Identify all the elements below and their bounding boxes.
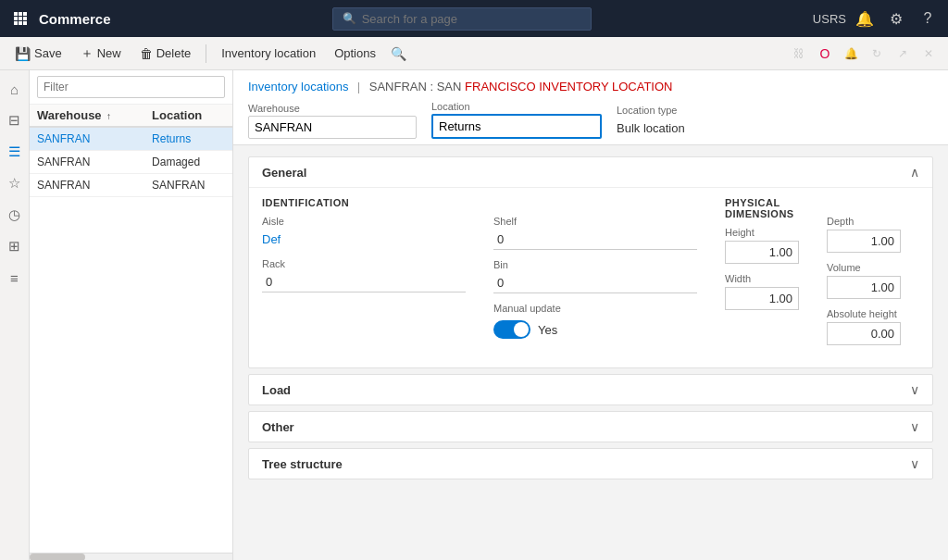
notification-icon[interactable]: 🔔 (852, 6, 878, 31)
open-in-new-icon[interactable]: ↗ (891, 42, 915, 66)
breadcrumb-child-prefix: SANFRAN : SAN (369, 80, 465, 93)
bin-input[interactable] (493, 273, 697, 293)
warehouse-input[interactable] (248, 116, 417, 139)
svg-rect-2 (23, 12, 27, 16)
global-search[interactable]: 🔍 (332, 7, 592, 31)
other-section-header[interactable]: Other ∨ (249, 412, 932, 442)
manual-update-label: Manual update (493, 303, 697, 314)
load-section: Load ∨ (248, 374, 933, 405)
height-group: Height (725, 227, 799, 264)
bin-label: Bin (493, 259, 697, 270)
nav-menu-icon[interactable]: ≡ (2, 265, 28, 291)
col-warehouse[interactable]: Warehouse ↑ (30, 105, 144, 127)
save-icon: 💾 (15, 46, 31, 61)
svg-rect-3 (14, 17, 18, 20)
identification-label: IDENTIFICATION (262, 197, 466, 208)
svg-rect-0 (14, 12, 18, 16)
shelf-group: Shelf (493, 216, 697, 250)
nav-dashboard-icon[interactable]: ⊞ (2, 233, 28, 259)
inventory-location-button[interactable]: Inventory location (214, 43, 323, 64)
warehouse-field: Warehouse (248, 103, 417, 139)
list-item[interactable]: SANFRANDamaged (30, 151, 232, 174)
toggle-thumb (514, 322, 529, 337)
svg-rect-4 (19, 17, 22, 20)
aisle-value[interactable]: Def (262, 230, 466, 249)
save-button[interactable]: 💾 Save (7, 43, 69, 65)
toolbar: 💾 Save ＋ New 🗑 Delete Inventory location… (0, 37, 948, 70)
svg-rect-6 (14, 21, 18, 25)
badge-icon[interactable]: 🔔 (839, 42, 863, 66)
link-icon[interactable]: ⛓ (787, 42, 811, 66)
app-title: Commerce (39, 11, 111, 27)
sort-icon-warehouse: ↑ (106, 111, 111, 121)
absolute-height-group: Absolute height (827, 308, 948, 345)
breadcrumb-sep: | (357, 80, 364, 93)
nav-home-icon[interactable]: ⌂ (2, 76, 28, 102)
general-section-header[interactable]: General ∧ (249, 157, 932, 187)
tree-structure-section: Tree structure ∨ (248, 448, 933, 479)
depth-input[interactable] (827, 230, 901, 253)
delete-icon: 🗑 (140, 46, 153, 61)
search-input[interactable] (362, 12, 575, 26)
shelf-input[interactable] (493, 230, 697, 250)
options-button[interactable]: Options (327, 43, 383, 64)
top-bar: Commerce 🔍 USRS 🔔 ⚙ ? (0, 0, 948, 37)
absolute-height-label: Absolute height (827, 308, 948, 319)
refresh-icon[interactable]: ↻ (865, 42, 889, 66)
volume-input[interactable] (827, 276, 901, 299)
general-section: General ∧ IDENTIFICATION Aisle Def (248, 156, 933, 368)
office-icon[interactable]: O (813, 42, 837, 66)
detail-header: Inventory locations | SANFRAN : SAN FRAN… (233, 70, 948, 145)
waffle-icon[interactable] (7, 6, 33, 31)
nav-filter-icon[interactable]: ⊟ (2, 107, 28, 133)
load-chevron-icon: ∨ (910, 382, 919, 397)
nav-clock-icon[interactable]: ◷ (2, 202, 28, 228)
manual-update-toggle-wrap: Yes (493, 320, 697, 339)
delete-button[interactable]: 🗑 Delete (132, 43, 199, 65)
svg-rect-1 (19, 12, 22, 16)
rack-input[interactable] (262, 272, 466, 292)
scrollbar-thumb (30, 554, 85, 560)
manual-update-toggle[interactable] (493, 320, 530, 339)
volume-label: Volume (827, 262, 948, 273)
list-panel: Warehouse ↑ Location SANFRANReturnsSANFR… (30, 70, 233, 560)
help-icon[interactable]: ? (915, 6, 941, 31)
list-scrollbar[interactable] (30, 553, 232, 560)
detail-panel: Inventory locations | SANFRAN : SAN FRAN… (233, 70, 948, 560)
filter-input[interactable] (37, 76, 225, 98)
nav-list-icon[interactable]: ☰ (2, 139, 28, 165)
other-section-title: Other (262, 420, 294, 434)
row-location: Damaged (144, 151, 232, 174)
tree-structure-section-header[interactable]: Tree structure ∨ (249, 449, 932, 479)
width-label: Width (725, 273, 799, 284)
list-item[interactable]: SANFRANSANFRAN (30, 174, 232, 197)
phys-dim-col1: PHYSICAL DIMENSIONS Height Width (725, 197, 799, 355)
detail-body: General ∧ IDENTIFICATION Aisle Def (233, 145, 948, 560)
width-input[interactable] (725, 287, 799, 310)
nav-star-icon[interactable]: ☆ (2, 170, 28, 196)
col-location[interactable]: Location (144, 105, 232, 127)
location-input[interactable] (431, 114, 602, 139)
width-group: Width (725, 273, 799, 310)
new-button[interactable]: ＋ New (73, 42, 129, 66)
load-section-header[interactable]: Load ∨ (249, 375, 932, 404)
svg-rect-7 (19, 21, 22, 25)
absolute-height-input[interactable] (827, 322, 901, 345)
general-chevron-icon: ∧ (910, 165, 919, 180)
location-type-label: Location type (617, 105, 685, 116)
row-warehouse: SANFRAN (30, 151, 144, 174)
warehouse-label: Warehouse (248, 103, 417, 114)
settings-icon[interactable]: ⚙ (883, 6, 909, 31)
breadcrumb-child-main: FRANCISCO INVENTORY LOCATION (465, 80, 672, 93)
top-bar-right: USRS 🔔 ⚙ ? (813, 6, 941, 31)
list-item[interactable]: SANFRANReturns (30, 127, 232, 151)
manual-update-group: Manual update Yes (493, 303, 697, 339)
close-icon[interactable]: ✕ (917, 42, 941, 66)
manual-update-value: Yes (538, 323, 557, 337)
identification-col: IDENTIFICATION Aisle Def Rack (262, 197, 466, 355)
row-location: SANFRAN (144, 174, 232, 197)
toolbar-search-icon[interactable]: 🔍 (391, 46, 406, 61)
breadcrumb-parent[interactable]: Inventory locations (248, 80, 348, 93)
location-field: Location (431, 101, 602, 139)
height-input[interactable] (725, 241, 799, 264)
